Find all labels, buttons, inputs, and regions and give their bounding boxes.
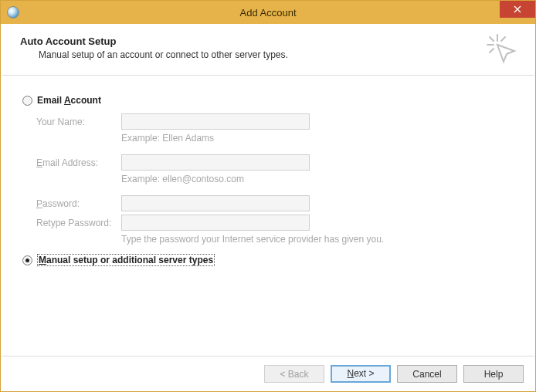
window-title: Add Account: [1, 7, 535, 19]
email-account-form: Your Name: Example: Ellen Adams Email Ad…: [36, 113, 514, 245]
wizard-header: Auto Account Setup Manual setup of an ac…: [2, 25, 534, 76]
cancel-button[interactable]: Cancel: [397, 365, 457, 383]
your-name-label: Your Name:: [36, 117, 121, 127]
back-button: < Back: [264, 365, 324, 383]
option-manual-setup[interactable]: Manual setup or additional server types: [22, 254, 514, 266]
password-field: [121, 195, 310, 211]
option-manual-setup-label: Manual setup or additional server types: [37, 254, 215, 266]
email-field: [121, 154, 310, 171]
radio-manual-setup[interactable]: [22, 255, 32, 265]
wizard-content: Email Account Your Name: Example: Ellen …: [1, 76, 535, 266]
svg-line-4: [490, 49, 494, 52]
close-button[interactable]: [500, 1, 535, 18]
retype-password-field: [121, 215, 310, 231]
email-hint: Example: ellen@contoso.com: [121, 174, 244, 184]
option-email-account-label: Email Account: [37, 95, 101, 106]
email-label: Email Address:: [36, 157, 121, 168]
your-name-field: [121, 113, 310, 130]
header-title: Auto Account Setup: [20, 35, 516, 47]
add-account-window: Add Account Auto Account Setup Manual se…: [0, 0, 536, 392]
password-label: Password:: [36, 198, 121, 209]
next-button[interactable]: Next >: [331, 365, 391, 383]
cursor-click-icon: [485, 32, 519, 66]
header-subtitle: Manual setup of an account or connect to…: [39, 49, 516, 60]
radio-email-account[interactable]: [22, 96, 32, 106]
password-hint: Type the password your Internet service …: [121, 234, 384, 245]
svg-line-3: [501, 37, 505, 41]
wizard-footer: < Back Next > Cancel Help: [2, 356, 534, 391]
help-button[interactable]: Help: [463, 365, 524, 383]
your-name-hint: Example: Ellen Adams: [121, 133, 214, 144]
option-email-account[interactable]: Email Account: [22, 95, 514, 106]
close-icon: [514, 5, 521, 13]
retype-password-label: Retype Password:: [36, 218, 121, 228]
titlebar: Add Account: [1, 1, 535, 24]
svg-line-2: [490, 37, 494, 41]
